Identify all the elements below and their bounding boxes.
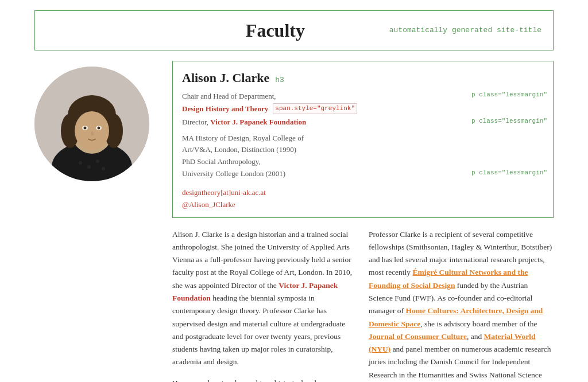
left-column (34, 61, 161, 382)
span-code: span.style="greylink" (273, 103, 357, 114)
p-class-tag-2: p class="lessmargin" (471, 116, 547, 126)
site-header: Faculty automatically generated site-tit… (34, 10, 554, 50)
avatar (34, 67, 149, 181)
profile-dept-row: Design History and Theory span.style="gr… (182, 103, 544, 115)
page-title: Faculty (161, 17, 389, 44)
profile-director: Director, Victor J. Papanek Foundation p… (182, 116, 544, 128)
qual3: PhD Social Anthropology, (182, 157, 261, 166)
profile-contacts: designtheory[at]uni-ak.ac.at @Alison_JCl… (182, 187, 544, 211)
svg-point-9 (84, 127, 87, 130)
bio-right-col: Professor Clarke is a recipient of sever… (369, 228, 554, 382)
svg-point-14 (96, 159, 99, 163)
twitter-link[interactable]: @Alison_JClarke (182, 199, 544, 211)
bio-left-para1: Alison J. Clarke is a design historian a… (172, 228, 357, 369)
journal-consumer-link[interactable]: Journal of Consumer Culture (369, 332, 467, 341)
p-class-tag-1: p class="lessmargin" (471, 90, 547, 100)
profile-card: Alison J. Clarke h3 Chair and Head of De… (172, 61, 554, 218)
papanek-link-bio[interactable]: Victor J. Papanek Foundation (172, 281, 338, 302)
main-content: Alison J. Clarke h3 Chair and Head of De… (17, 61, 571, 382)
right-column: Alison J. Clarke h3 Chair and Head of De… (172, 61, 554, 382)
profile-name-row: Alison J. Clarke h3 (182, 68, 544, 87)
bio-section: Alison J. Clarke is a design historian a… (172, 228, 554, 382)
svg-point-11 (98, 127, 100, 130)
bio-right-para1: Professor Clarke is a recipient of sever… (369, 228, 554, 382)
h3-tag: h3 (275, 75, 284, 86)
qual1: MA History of Design, Royal College of (182, 134, 304, 142)
qual2: Art/V&A, London, Distinction (1990) (182, 145, 296, 154)
bio-left-col: Alison J. Clarke is a design historian a… (172, 228, 357, 382)
qual4: University College London (2001) (182, 169, 285, 178)
svg-point-13 (87, 165, 91, 169)
site-subtitle: automatically generated site-title (389, 25, 541, 36)
svg-point-12 (79, 161, 82, 165)
director-prefix: Director, (182, 118, 210, 126)
svg-point-15 (102, 167, 105, 170)
emigre-link[interactable]: Émigré Cultural Networks and the Foundin… (369, 268, 528, 289)
p-class-tag-3: p class="lessmargin" (471, 168, 547, 178)
profile-name: Alison J. Clarke (182, 68, 269, 87)
papanek-foundation-link[interactable]: Victor J. Papanek Foundation (210, 118, 306, 126)
profile-quals: MA History of Design, Royal College of A… (182, 132, 544, 180)
email-link[interactable]: designtheory[at]uni-ak.ac.at (182, 187, 544, 198)
dept-link[interactable]: Design History and Theory (182, 103, 268, 115)
bio-left-para2: Her research uniquely combines historica… (172, 377, 357, 382)
home-cultures-link[interactable]: Home Cultures: Architecture, Design and … (369, 306, 543, 328)
